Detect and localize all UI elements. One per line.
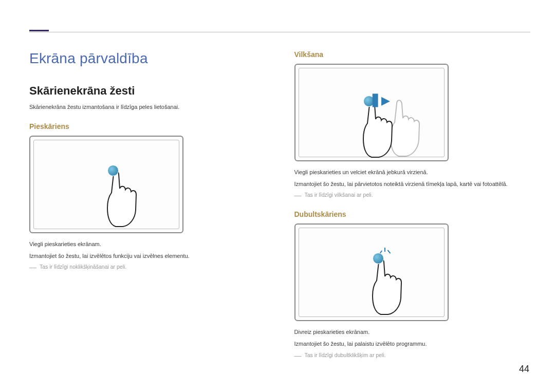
accent-mark	[29, 30, 49, 31]
doubletap-heading: Dubultskāriens	[294, 210, 531, 218]
note-dash-icon: ―	[29, 264, 36, 271]
hand-icon	[367, 253, 414, 320]
section-title: Skārienekrāna žesti	[29, 84, 266, 98]
doubletap-figure	[294, 223, 449, 321]
page-number: 44	[519, 364, 529, 375]
doubletap-caption-1: Divreiz pieskarieties ekrānam.	[294, 327, 531, 337]
tap-heading: Pieskāriens	[29, 122, 266, 130]
drag-hand-icon: ▋▶	[358, 96, 404, 161]
tap-caption-1: Viegli pieskarieties ekrānam.	[29, 239, 266, 249]
doubletap-hand-icon	[367, 253, 414, 321]
tap-figure	[29, 136, 183, 233]
tap-note-text: Tas ir līdzīgi noklikšķināšanai ar peli.	[40, 264, 126, 271]
drag-caption-2: Izmantojiet šo žestu, lai pārvietotos no…	[294, 179, 531, 189]
content-columns: Ekrāna pārvaldība Skārienekrāna žesti Sk…	[29, 50, 530, 359]
tap-caption-2: Izmantojiet šo žestu, lai izvēlētos funk…	[29, 251, 266, 261]
touch-point-icon	[373, 253, 384, 264]
arrow-right-icon: ▋▶	[373, 94, 390, 107]
chapter-title: Ekrāna pārvaldība	[29, 50, 266, 67]
right-column: Vilkšana ▋▶ Viegli pieskarieties un velc…	[294, 50, 531, 359]
page: Ekrāna pārvaldība Skārienekrāna žesti Sk…	[0, 0, 555, 392]
drag-figure: ▋▶	[294, 64, 449, 161]
doubletap-note-text: Tas ir līdzīgi dubultklikšķim ar peli.	[305, 352, 386, 359]
touch-point-icon	[107, 165, 119, 176]
top-divider	[29, 32, 530, 32]
drag-caption-1: Viegli pieskarieties un velciet ekrānā j…	[294, 167, 531, 177]
note-dash-icon: ―	[294, 352, 302, 359]
left-column: Ekrāna pārvaldība Skārienekrāna žesti Sk…	[29, 50, 266, 359]
drag-note: ― Tas ir līdzīgi vilkšanai ar peli.	[294, 192, 531, 199]
section-intro: Skārienekrāna žestu izmantošana ir līdzī…	[29, 104, 266, 110]
tap-note: ― Tas ir līdzīgi noklikšķināšanai ar pel…	[29, 264, 266, 271]
tap-hand-icon	[102, 165, 149, 233]
drag-heading: Vilkšana	[294, 50, 531, 59]
note-dash-icon: ―	[294, 192, 302, 199]
doubletap-caption-2: Izmantojiet šo žestu, lai palaistu izvēl…	[294, 339, 531, 349]
doubletap-note: ― Tas ir līdzīgi dubultklikšķim ar peli.	[294, 352, 531, 359]
drag-note-text: Tas ir līdzīgi vilkšanai ar peli.	[305, 192, 373, 199]
